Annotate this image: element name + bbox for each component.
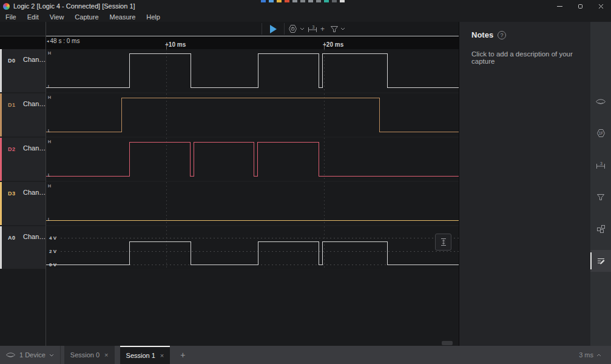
add-measurement-button[interactable]: 3 + <box>307 23 325 35</box>
new-session-button[interactable]: + <box>175 346 190 364</box>
low-level-marker: L <box>48 217 50 221</box>
menu-measure[interactable]: Measure <box>104 13 141 21</box>
channel-panel-divider <box>46 22 46 346</box>
high-level-marker: H <box>48 140 51 144</box>
channel-waveform-a0[interactable]: 4 V2 V0 V <box>46 226 459 269</box>
taskbar-peek-chip <box>285 0 289 2</box>
channel-name-label[interactable]: Chan… <box>23 189 46 196</box>
taskbar-peek-chip <box>277 0 282 2</box>
channel-id-label: D0 <box>8 58 16 64</box>
notes-placeholder[interactable]: Click to add a description of your captu… <box>459 39 590 65</box>
channel-waveform-d2[interactable]: HL <box>46 138 459 181</box>
notes-title: Notes <box>471 30 493 39</box>
timeline-tick-mark <box>324 45 325 49</box>
notes-panel: Notes ? Click to add a description of yo… <box>459 22 590 346</box>
menu-view[interactable]: View <box>44 13 70 21</box>
channel-name-label[interactable]: Chan… <box>23 56 46 63</box>
taskbar-peek-chip <box>332 0 337 2</box>
title-bar[interactable]: Logic 2 [Logic 4 - Connected] [Session 1… <box>0 0 611 12</box>
channel-label-panel-d2[interactable]: D2Chan… <box>0 138 46 181</box>
channel-color-stripe <box>0 138 2 181</box>
chevron-down-icon <box>340 27 345 30</box>
session-tab-session-1[interactable]: Session 1× <box>120 346 170 364</box>
measurement-icon: 3 <box>307 24 319 33</box>
plus-label: + <box>320 25 325 33</box>
channel-row-a0: A0Chan…4 V2 V0 V <box>0 226 459 269</box>
session-tab-session-0[interactable]: Session 0× <box>64 346 115 364</box>
close-tab-icon[interactable]: × <box>160 352 164 359</box>
bottom-bar-divider <box>60 346 61 364</box>
device-icon <box>5 351 16 359</box>
high-level-marker: H <box>48 95 51 99</box>
channel-row-d0: D0Chan…HL <box>0 49 459 92</box>
channel-color-stripe <box>0 182 2 225</box>
triggers-icon <box>596 193 605 201</box>
capture-info-icon <box>595 98 606 106</box>
sidebar-measurements-icon[interactable]: 3 <box>590 154 611 176</box>
channel-color-stripe <box>0 226 2 269</box>
channel-waveform-d1[interactable]: HL <box>46 93 459 136</box>
low-level-marker: L <box>48 129 50 133</box>
channel-label-panel-a0[interactable]: A0Chan… <box>0 226 46 269</box>
start-capture-button[interactable] <box>266 24 280 34</box>
timeline-tick-label: +10 ms <box>165 41 186 48</box>
close-icon[interactable] <box>590 0 611 12</box>
session-tab-label: Session 0 <box>70 351 100 359</box>
capture-settings-button[interactable] <box>288 23 305 35</box>
sidebar-annotations-icon[interactable] <box>590 250 611 272</box>
origin-marker-icon: ◂ <box>47 39 49 44</box>
sidebar-extensions-icon[interactable] <box>590 218 611 240</box>
svg-text:3: 3 <box>312 25 315 29</box>
channel-color-stripe <box>0 93 2 136</box>
close-tab-icon[interactable]: × <box>104 351 108 359</box>
channel-name-label[interactable]: Chan… <box>23 144 46 152</box>
timeline-tick-mark <box>166 45 167 49</box>
channel-waveform-d0[interactable]: HL <box>46 49 459 92</box>
analog-scale-button[interactable] <box>435 234 451 251</box>
channel-row-d2: D2Chan…HL <box>0 138 459 181</box>
channel-id-label: A0 <box>8 235 16 241</box>
sidebar-triggers-icon[interactable] <box>590 186 611 208</box>
taskbar-peek-chip <box>324 0 329 2</box>
play-icon <box>270 25 277 33</box>
channel-label-panel-d1[interactable]: D1Chan… <box>0 93 46 136</box>
channel-id-label: D1 <box>8 102 16 108</box>
trigger-filter-button[interactable] <box>330 23 345 35</box>
sidebar-analyzers-icon[interactable]: 1F <box>590 123 611 144</box>
channel-id-label: D3 <box>8 190 16 197</box>
sidebar-capture-info-icon[interactable] <box>590 90 611 112</box>
channel-row-d3: D3Chan…HL <box>0 182 459 225</box>
channel-row-d1: D1Chan…HL <box>0 93 459 136</box>
channel-label-panel-d0[interactable]: D0Chan… <box>0 49 46 92</box>
extensions-icon <box>596 224 606 234</box>
menu-edit[interactable]: Edit <box>22 13 44 21</box>
taskbar-peek-chip <box>316 0 321 2</box>
measurements-icon: 3 <box>595 161 606 170</box>
channel-waveform-d3[interactable]: HL <box>46 182 459 225</box>
taskbar-peek-chip <box>269 0 274 2</box>
device-selector[interactable]: 1 Device <box>0 346 60 364</box>
channel-name-label[interactable]: Chan… <box>23 100 46 107</box>
channel-name-label[interactable]: Chan… <box>23 233 46 240</box>
voltage-scale-label: 4 V <box>49 235 56 241</box>
channel-label-panel-d3[interactable]: D3Chan… <box>0 182 46 225</box>
voltage-scale-label: 2 V <box>49 249 56 254</box>
session-tab-label: Session 1 <box>126 352 155 359</box>
time-scale-indicator[interactable]: 3 ms <box>579 346 611 364</box>
vertical-scale-icon <box>439 237 448 247</box>
chevron-up-icon <box>596 354 601 357</box>
capture-empty-area[interactable] <box>0 269 459 346</box>
menu-file[interactable]: File <box>0 13 22 21</box>
menu-bar: File Edit View Capture Measure Help <box>0 12 611 22</box>
voltage-scale-label: 0 V <box>49 262 56 268</box>
channel-rows: D0Chan…HLD1Chan…HLD2Chan…HLD3Chan…HLA0Ch… <box>0 49 459 270</box>
minimize-icon[interactable] <box>549 0 570 12</box>
help-icon[interactable]: ? <box>498 31 506 39</box>
taskbar-peek-chip <box>261 0 266 2</box>
horizontal-scrollbar-thumb[interactable] <box>442 341 453 345</box>
menu-capture[interactable]: Capture <box>69 13 104 21</box>
timeline-ruler[interactable]: ◂ 48 s : 0 ms +10 ms+20 ms <box>0 36 459 49</box>
svg-text:1F: 1F <box>598 131 603 135</box>
menu-help[interactable]: Help <box>141 13 166 21</box>
restore-icon[interactable] <box>570 0 590 12</box>
